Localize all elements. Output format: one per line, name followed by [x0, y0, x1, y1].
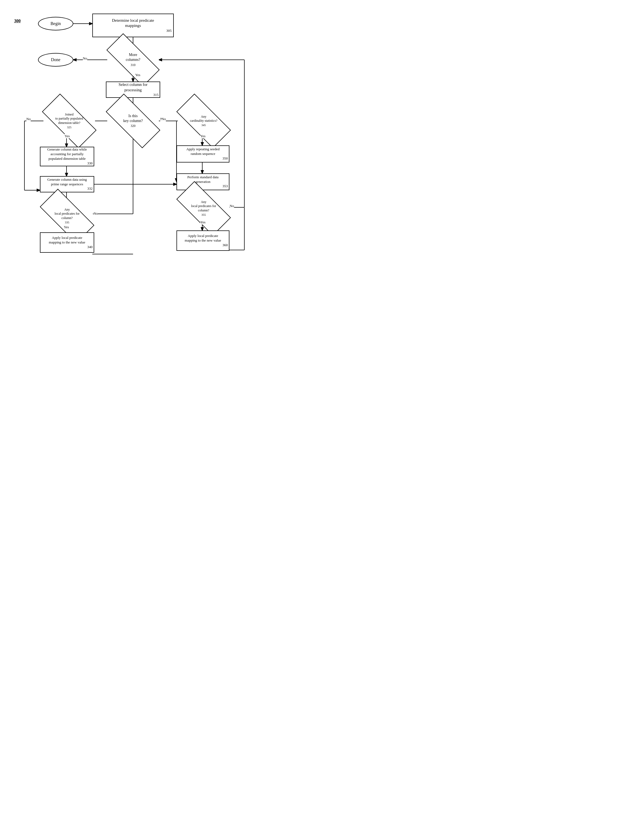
label-yes-345: Yes [200, 134, 205, 138]
diamond-310: Morecolumns?310 [107, 48, 159, 72]
ref-300-label: 300 [14, 19, 21, 23]
box-332-label: Generate column data usingprime range se… [47, 178, 86, 187]
diamond-320: Is thiskey column?320 [107, 108, 159, 134]
diamond-345-text: Anycardinality statistics?345 [190, 115, 217, 127]
box-315: Select column forprocessing 315 [106, 82, 160, 98]
label-no-310: No [83, 56, 87, 60]
done-oval: Done [38, 53, 73, 66]
box-330: Generate column data whileaccounting for… [40, 147, 94, 166]
box-353-label: Perform standard datageneration [187, 175, 219, 184]
diamond-325-text: Joinedto partially populateddimension ta… [55, 113, 83, 129]
diamond-345: Anycardinality statistics?345 [178, 108, 230, 134]
box-305-label: Determine local predicatemappings [112, 18, 154, 29]
box-350-label: Apply repeating seededrandom sequence [186, 147, 220, 156]
begin-oval: Begin [38, 17, 73, 31]
box-305-ref: 305 [166, 29, 174, 33]
box-353-ref: 353 [223, 184, 229, 188]
label-no-325: No [26, 117, 31, 121]
box-315-label: Select column forprocessing [119, 82, 148, 93]
box-340-label: Apply local predicatemapping to the new … [49, 236, 85, 245]
box-332: Generate column data usingprime range se… [40, 176, 94, 192]
box-360: Apply local predicatemapping to the new … [176, 230, 230, 251]
box-360-label: Apply local predicatemapping to the new … [185, 234, 221, 243]
diamond-335-text: Anylocal predicates forcolumn?335 [55, 208, 80, 224]
label-yes-355: Yes [200, 220, 205, 224]
label-no-335: No [94, 212, 98, 216]
done-label: Done [51, 57, 60, 62]
box-315-ref: 315 [153, 93, 160, 97]
label-yes-335: Yes [64, 225, 69, 229]
box-353: Perform standard datageneration 353 [176, 173, 230, 190]
box-350: Apply repeating seededrandom sequence 35… [176, 145, 230, 162]
label-no-355: No [230, 204, 234, 208]
box-360-ref: 360 [223, 243, 229, 247]
label-no-345: No [162, 117, 166, 121]
box-340: Apply local predicatemapping to the new … [40, 232, 94, 253]
begin-label: Begin [51, 21, 61, 26]
diamond-355: Anylocal predicates forcolumn?355 [178, 196, 230, 221]
box-332-ref: 332 [88, 186, 94, 191]
diamond-325: Joinedto partially populateddimension ta… [43, 108, 95, 134]
diamond-320-text: Is thiskey column?320 [123, 114, 143, 128]
diamond-310-text: Morecolumns?310 [126, 53, 140, 67]
label-yes-310: Yes [135, 73, 140, 77]
diamond-355-text: Anylocal predicates forcolumn?355 [191, 200, 216, 217]
box-330-ref: 330 [88, 161, 94, 166]
flowchart-diagram: 300 Begin Done Determine local predicate… [0, 0, 269, 342]
box-340-ref: 340 [88, 245, 94, 249]
box-305: Determine local predicatemappings 305 [92, 14, 174, 37]
label-yes-325: Yes [65, 134, 70, 138]
box-350-ref: 350 [223, 156, 229, 161]
box-330-label: Generate column data whileaccounting for… [47, 147, 87, 161]
